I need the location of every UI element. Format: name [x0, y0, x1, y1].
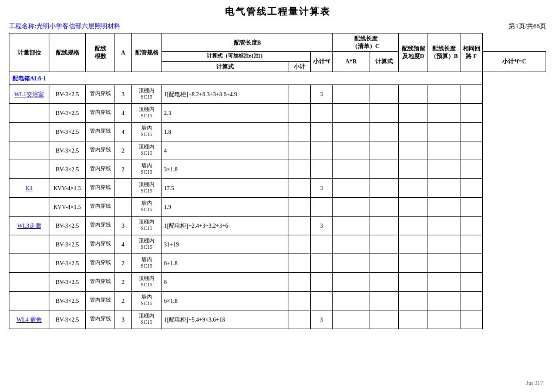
cell-jisuan: 1[配电柜]+2.4+3+3.2+3+6 — [162, 216, 288, 235]
cell-guan-spec: 墙内SC15 — [132, 254, 162, 272]
cell-genshu: 4 — [115, 235, 132, 254]
cell-peixian-jisuan — [333, 216, 369, 235]
cell-peixian-xiaoji — [369, 197, 399, 216]
cell-weizhi[interactable]: WL4 宿舍 — [9, 310, 49, 329]
cell-xiaoji — [288, 291, 311, 310]
cell-chuanxian: 管内穿线 — [86, 291, 115, 310]
cell-peixian-xiaoji — [369, 122, 399, 141]
cell-peigui-spec: KVV-4×1.5 — [49, 178, 86, 197]
table-row: BV-3×2.5管内穿线2顶棚内SC156 — [9, 272, 546, 291]
cell-peixian-jisuan — [333, 291, 369, 310]
cell-genshu: 4 — [115, 103, 132, 122]
cell-yuliu — [399, 103, 428, 122]
cell-yuliu — [399, 141, 428, 160]
cell-axb: 3 — [311, 310, 333, 329]
cell-yusuan — [428, 291, 460, 310]
cell-peixian-jisuan — [333, 178, 369, 197]
cell-axb: 3 — [311, 85, 333, 103]
cell-yusuan — [428, 160, 460, 178]
cell-yuliu — [399, 122, 428, 141]
cell-xiaoji — [288, 103, 311, 122]
cell-guan-spec: 顶棚内SC15 — [132, 141, 162, 160]
cell-weizhi[interactable]: WL3走廊 — [9, 216, 49, 235]
cell-xiangtong — [460, 122, 483, 141]
cell-peigui-spec: BV-3×2.5 — [49, 310, 86, 329]
cell-peixian-xiaoji — [369, 141, 399, 160]
cell-peixian-xiaoji — [369, 310, 399, 329]
table-row: WL3走廊BV-3×2.5管内穿线3顶棚内SC151[配电柜]+2.4+3+3.… — [9, 216, 546, 235]
cell-peigui-spec: BV-3×2.5 — [49, 235, 86, 254]
cell-peixian-jisuan — [333, 272, 369, 291]
cell-peixian-jisuan — [333, 103, 369, 122]
cell-xiaoji — [288, 122, 311, 141]
cell-chuanxian: 管内穿线 — [86, 141, 115, 160]
cell-chuanxian: 管内穿线 — [86, 197, 115, 216]
cell-peixian-jisuan — [333, 141, 369, 160]
cell-peixian-xiaoji — [369, 272, 399, 291]
cell-axb — [311, 141, 333, 160]
cell-xiaoji — [288, 216, 311, 235]
cell-genshu — [115, 178, 132, 197]
cell-guan-spec: 墙内SC15 — [132, 291, 162, 310]
cell-xiangtong — [460, 103, 483, 122]
cell-guan-spec: 顶棚内SC15 — [132, 235, 162, 254]
main-title: 电气管线工程量计算表 — [9, 6, 546, 18]
cell-chuanxian: 管内穿线 — [86, 272, 115, 291]
page-info: 第1页/共66页 — [509, 22, 546, 31]
cell-guan-spec: 顶棚内SC15 — [132, 216, 162, 235]
cell-xiaoji — [288, 85, 311, 103]
cell-yusuan — [428, 178, 460, 197]
cell-weizhi — [9, 254, 49, 272]
cell-chuanxian: 管内穿线 — [86, 310, 115, 329]
cell-weizhi[interactable]: K1 — [9, 178, 49, 197]
cell-peixian-jisuan — [333, 160, 369, 178]
table-row: BV-3×2.5管内穿线2墙内SC156+1.8 — [9, 254, 546, 272]
cell-jisuan: 6+1.8 — [162, 254, 288, 272]
cell-jisuan: 17.5 — [162, 178, 288, 197]
table-row: BV-3×2.5管内穿线2墙内SC153×1.8 — [9, 160, 546, 178]
cell-peigui-spec: BV-3×2.5 — [49, 122, 86, 141]
th-peigui-genshu: 配线根数 — [86, 33, 115, 72]
cell-xiangtong — [460, 85, 483, 103]
cell-axb — [311, 197, 333, 216]
th-a: A — [115, 33, 132, 72]
cell-yuliu — [399, 272, 428, 291]
cell-weizhi — [9, 291, 49, 310]
cell-genshu: 3 — [115, 85, 132, 103]
cell-peigui-spec: BV-3×2.5 — [49, 160, 86, 178]
cell-xiaoji — [288, 197, 311, 216]
cell-jisuan: 4 — [162, 141, 288, 160]
cell-peigui-spec: BV-3×2.5 — [49, 103, 86, 122]
cell-yusuan — [428, 85, 460, 103]
cell-chuanxian: 管内穿线 — [86, 178, 115, 197]
cell-guan-spec: 墙内SC15 — [132, 160, 162, 178]
cell-yusuan — [428, 103, 460, 122]
th-peixian-length: 配线长度（清单）C — [333, 33, 399, 52]
th-xiaoji2: 小计 — [288, 61, 311, 72]
cell-yuliu — [399, 254, 428, 272]
cell-weizhi[interactable]: WL1交浴室 — [9, 85, 49, 103]
page-container: 电气管线工程量计算表 工程名称:光明小学客信部六层照明材料 第1页/共66页 计… — [0, 0, 555, 335]
cell-jisuan: 1.9 — [162, 197, 288, 216]
header-row-1: 计量部位 配线规格 配线根数 A 配管规格 配管长度B 配线长度（清单）C 配线… — [9, 33, 546, 52]
th-axb: A*B — [333, 52, 369, 72]
cell-peigui-spec: BV-3×2.5 — [49, 272, 86, 291]
cell-xiaoji — [288, 160, 311, 178]
th-xiangtong: 相同回路 F — [460, 33, 483, 72]
cell-jisuan: 3×1.8 — [162, 160, 288, 178]
cell-chuanxian: 管内穿线 — [86, 85, 115, 103]
cell-weizhi — [9, 103, 49, 122]
cell-yuliu — [399, 85, 428, 103]
table-row: WL4 宿舍BV-3×2.5管内穿线3顶棚内SC151[配电柜]+5.4+9×3… — [9, 310, 546, 329]
cell-peixian-xiaoji — [369, 85, 399, 103]
table-row: BV-3×2.5管内穿线4墙内SC151.8 — [9, 122, 546, 141]
cell-chuanxian: 管内穿线 — [86, 103, 115, 122]
cell-xiangtong — [460, 310, 483, 329]
cell-axb — [311, 122, 333, 141]
cell-yuliu — [399, 291, 428, 310]
cell-peixian-jisuan — [333, 85, 369, 103]
cell-jisuan: 1[配电柜]+8.2+6.3+3+8.6+4.9 — [162, 85, 288, 103]
cell-axb — [311, 291, 333, 310]
cell-yusuan — [428, 310, 460, 329]
th-xiaoji-c: 小计*f=C — [483, 52, 546, 72]
